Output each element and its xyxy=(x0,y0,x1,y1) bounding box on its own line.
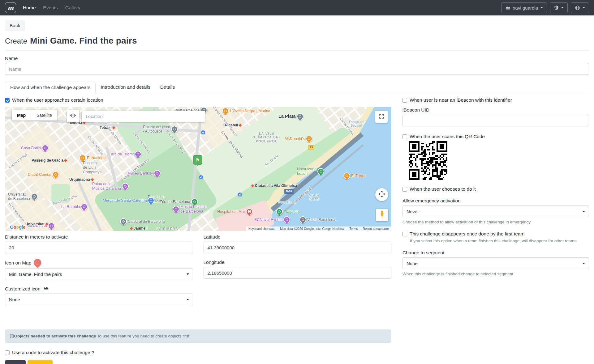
map-poi-pin-icon xyxy=(317,168,324,175)
alert-title: Objects needed to activate this challeng… xyxy=(14,334,96,338)
page-title-prefix: Create xyxy=(5,37,27,45)
map-label: La Plata xyxy=(278,113,303,120)
pegman-button[interactable] xyxy=(376,209,388,221)
map-poi-pin-icon xyxy=(222,108,229,114)
form-actions: Save Cancel xyxy=(5,360,391,364)
back-button[interactable]: Back xyxy=(5,20,25,31)
map-label: Arc de Triomf xyxy=(111,151,141,158)
map-type-map-button[interactable]: Map xyxy=(12,110,31,121)
fullscreen-button[interactable] xyxy=(375,111,388,123)
checkbox-label: When the user scans this QR Code xyxy=(410,134,485,139)
emergency-activation-select[interactable]: Never xyxy=(402,205,589,217)
save-button[interactable]: Save xyxy=(5,360,26,364)
map-label: Moll del Gregal xyxy=(309,193,320,201)
map-poi-pin-icon xyxy=(81,203,88,210)
checkbox-ibeacon[interactable]: When user is near an iBeacon with this i… xyxy=(402,97,589,103)
map-attribution-link[interactable]: Keyboard shortcuts xyxy=(248,227,275,231)
checkbox-box[interactable] xyxy=(402,187,407,192)
name-label: Name xyxy=(5,56,589,61)
map-type-control: Map Satellite xyxy=(12,110,57,121)
checkbox-use-code[interactable]: Use a code to activate this challenge ? xyxy=(5,350,391,355)
chevron-down-icon xyxy=(583,263,585,264)
map-poi-pin-icon xyxy=(52,171,59,178)
location-column: When the user approaches certain locatio… xyxy=(5,97,391,364)
google-map[interactable]: Wolf BarcelonaL'Ovella Negra | MarinaLa … xyxy=(5,107,391,231)
nav-link-events[interactable]: Events xyxy=(43,5,58,11)
checkbox-label: When user is near an iBeacon with this i… xyxy=(410,97,512,103)
checkbox-label: Use a code to activate this challenge ? xyxy=(12,350,94,355)
checkbox-box[interactable] xyxy=(5,98,10,103)
map-flag-marker[interactable]: ⚑ xyxy=(193,155,202,165)
tab-1[interactable]: Introduction and details xyxy=(96,82,155,93)
checkbox-qr-code[interactable]: When the user scans this QR Code xyxy=(402,134,589,139)
customized-icon-label: Customized icon xyxy=(5,286,193,292)
nav-link-gallery[interactable]: Gallery xyxy=(65,5,80,11)
checkbox-approach-location[interactable]: When the user approaches certain locatio… xyxy=(5,97,391,103)
map-attribution-link[interactable]: Report a map error xyxy=(363,227,389,231)
metro-station-icon xyxy=(251,184,255,188)
map-location-search-input[interactable] xyxy=(82,111,205,122)
map-label: El Tribut xyxy=(343,172,365,179)
checkbox-box[interactable] xyxy=(402,134,407,139)
distance-input[interactable] xyxy=(5,242,193,253)
icon-on-map-label-text: Icon on Map xyxy=(5,260,31,266)
chevron-down-icon xyxy=(561,7,564,8)
page-title: Create Mini Game. Find the pairs xyxy=(5,35,589,46)
map-label: Hospital del MarH xyxy=(217,208,253,215)
map-label: La Rambla xyxy=(61,203,88,210)
map-poi-pin-icon xyxy=(306,135,312,142)
qr-code-container xyxy=(409,141,589,181)
tab-2[interactable]: Details xyxy=(155,82,180,93)
map-attribution: Keyboard shortcutsMap data ©2026 Google,… xyxy=(246,226,391,231)
icon-on-map-label: Icon on Map xyxy=(5,260,193,266)
checkbox-box[interactable] xyxy=(402,232,407,236)
map-label: Velers Barcelona xyxy=(299,216,335,223)
emergency-help-text: Choose the method to allow activation of… xyxy=(402,220,589,224)
crown-icon xyxy=(505,6,510,10)
checkbox-box[interactable] xyxy=(5,350,10,355)
map-label: Casa Batlló xyxy=(21,145,49,151)
map-attribution-link[interactable]: Terms xyxy=(349,227,358,231)
checkbox-label: When the user approaches certain locatio… xyxy=(12,97,103,103)
distance-label: Distance in meters to activate xyxy=(5,234,193,240)
checkbox-disappears-first-team[interactable]: This challenge disappears once done by t… xyxy=(402,231,589,237)
pan-control-button[interactable] xyxy=(375,188,388,201)
map-label: B-10 xyxy=(284,189,294,194)
change-segment-select[interactable]: None xyxy=(402,257,589,269)
icon-on-map-value: Mini Game. Find the pairs xyxy=(9,272,62,277)
chevron-down-icon xyxy=(187,273,189,275)
language-menu-button[interactable] xyxy=(571,2,589,13)
customized-icon-label-text: Customized icon xyxy=(5,286,41,292)
customized-icon-select[interactable]: None xyxy=(5,294,193,305)
latitude-input[interactable] xyxy=(204,242,392,253)
map-label: Platja del xyxy=(276,208,299,215)
name-input[interactable] xyxy=(5,63,589,75)
map-type-satellite-button[interactable]: Satellite xyxy=(31,110,57,121)
nav-link-home[interactable]: Home xyxy=(23,5,36,11)
customized-icon-value: None xyxy=(9,297,20,302)
icon-on-map-select[interactable]: Mini Game. Find the pairs xyxy=(5,268,193,280)
app-logo[interactable]: m xyxy=(5,2,16,13)
map-label: Universitat xyxy=(25,222,48,226)
map-label: Mercat de Santa Caterina xyxy=(103,197,154,204)
map-poi-pin-icon xyxy=(276,208,283,215)
checkbox-box[interactable] xyxy=(402,98,407,103)
shield-icon xyxy=(554,5,559,11)
longitude-label: Longitude xyxy=(204,260,392,265)
geolocate-button[interactable] xyxy=(67,110,79,122)
user-name: xavi guardia xyxy=(513,5,538,11)
map-label: Port Olímpic xyxy=(278,200,296,204)
objects-info-alert: ⓘObjects needed to activate this challen… xyxy=(5,329,391,343)
ibeacon-uid-input[interactable] xyxy=(402,115,589,126)
checkbox-user-chooses[interactable]: When the user chooses to do it xyxy=(402,186,589,192)
user-menu-button[interactable]: xavi guardia xyxy=(501,2,547,13)
tab-0[interactable]: How and when the challenge appears xyxy=(5,82,96,93)
pan-arrows-icon xyxy=(378,190,385,199)
map-poi-pin-icon xyxy=(297,113,303,120)
change-segment-label: Change to segment xyxy=(402,250,589,256)
map-poi-pin-icon xyxy=(31,193,38,200)
longitude-input[interactable] xyxy=(204,267,392,279)
cancel-button[interactable]: Cancel xyxy=(28,360,52,364)
privacy-menu-button[interactable] xyxy=(550,2,568,13)
map-label: 23 xyxy=(308,145,314,150)
